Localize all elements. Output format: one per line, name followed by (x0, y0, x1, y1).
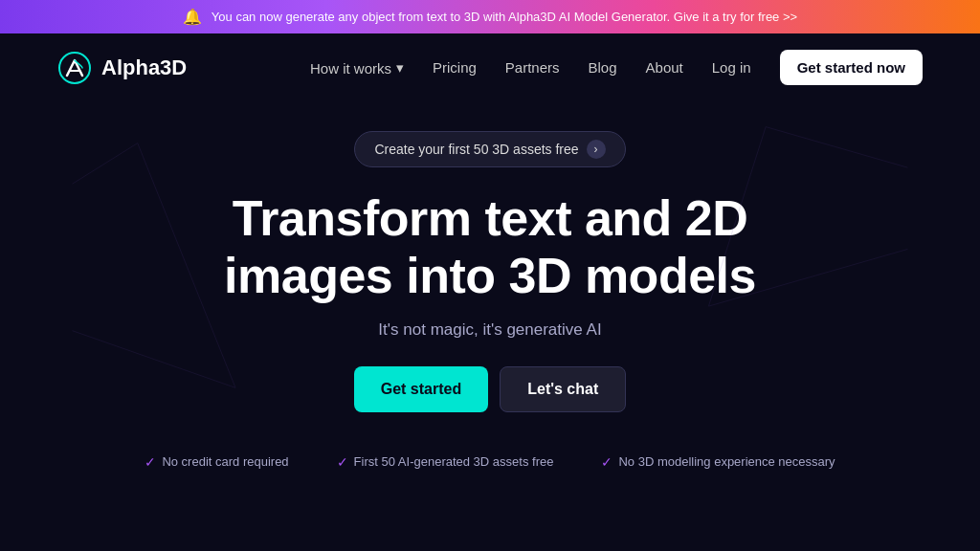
announcement-banner[interactable]: 🔔 You can now generate any object from t… (0, 0, 980, 33)
hero-title: Transform text and 2D images into 3D mod… (224, 190, 756, 305)
nav-link-pricing[interactable]: Pricing (433, 59, 477, 76)
check-icon-2: ✓ (337, 454, 348, 470)
announcement-text: You can now generate any object from tex… (212, 10, 797, 24)
nav-link-how-it-works[interactable]: How it works ▾ (310, 59, 404, 77)
chevron-down-icon: ▾ (396, 59, 404, 77)
svg-line-2 (73, 331, 235, 388)
feature-checks: ✓ No credit card required ✓ First 50 AI-… (145, 454, 835, 470)
nav-link-about[interactable]: About (646, 59, 683, 76)
feature-check-3: ✓ No 3D modelling experience necessary (601, 454, 835, 470)
pill-arrow-icon: › (587, 140, 606, 159)
bell-icon: 🔔 (183, 8, 202, 26)
nav-item-partners[interactable]: Partners (505, 59, 560, 77)
check-icon-1: ✓ (145, 454, 156, 470)
navbar: Alpha3D How it works ▾ Pricing Partners … (0, 33, 980, 102)
nav-link-blog[interactable]: Blog (589, 59, 617, 76)
nav-item-how-it-works[interactable]: How it works ▾ (310, 59, 404, 77)
logo[interactable]: Alpha3D (57, 51, 187, 85)
svg-line-3 (73, 143, 138, 185)
lets-chat-button[interactable]: Let's chat (500, 366, 626, 412)
hero-section: Create your first 50 3D assets free › Tr… (0, 102, 980, 470)
nav-link-partners[interactable]: Partners (505, 59, 560, 76)
nav-item-about[interactable]: About (646, 59, 683, 77)
hero-pill-cta[interactable]: Create your first 50 3D assets free › (354, 131, 625, 167)
nav-links: How it works ▾ Pricing Partners Blog Abo… (310, 59, 923, 77)
feature-text-1: No credit card required (162, 454, 288, 469)
hero-buttons: Get started Let's chat (354, 366, 627, 412)
feature-check-1: ✓ No credit card required (145, 454, 288, 470)
check-icon-3: ✓ (601, 454, 612, 470)
pill-text: Create your first 50 3D assets free (374, 142, 578, 157)
logo-icon (57, 51, 92, 85)
svg-point-0 (59, 53, 90, 83)
feature-text-3: No 3D modelling experience necessary (618, 454, 835, 469)
feature-check-2: ✓ First 50 AI-generated 3D assets free (337, 454, 554, 470)
nav-item-login[interactable]: Log in (712, 59, 751, 77)
nav-item-blog[interactable]: Blog (589, 59, 617, 77)
logo-text: Alpha3D (101, 55, 187, 80)
nav-item-pricing[interactable]: Pricing (433, 59, 477, 77)
nav-item-cta[interactable]: Get started now (780, 59, 923, 77)
svg-line-1 (138, 143, 235, 388)
svg-line-6 (766, 127, 907, 168)
hero-subtitle: It's not magic, it's generative AI (378, 320, 601, 340)
nav-link-login[interactable]: Log in (712, 59, 751, 76)
nav-link-cta[interactable]: Get started now (780, 50, 923, 85)
get-started-button[interactable]: Get started (354, 366, 488, 412)
feature-text-2: First 50 AI-generated 3D assets free (354, 454, 554, 469)
